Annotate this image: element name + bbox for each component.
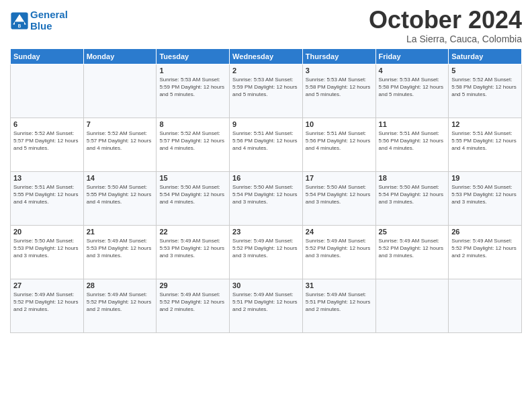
day-info: Sunrise: 5:49 AM Sunset: 5:53 PM Dayligh… [87,237,154,260]
header-cell-wednesday: Wednesday [230,48,303,64]
day-number: 26 [451,228,519,236]
header-row: SundayMondayTuesdayWednesdayThursdayFrid… [11,48,522,64]
day-info: Sunrise: 5:50 AM Sunset: 5:54 PM Dayligh… [379,183,446,206]
location: La Sierra, Cauca, Colombia [369,34,522,44]
day-cell: 9Sunrise: 5:51 AM Sunset: 5:56 PM Daylig… [230,118,303,171]
day-info: Sunrise: 5:49 AM Sunset: 5:52 PM Dayligh… [232,237,300,260]
day-number: 31 [306,281,373,289]
day-info: Sunrise: 5:50 AM Sunset: 5:54 PM Dayligh… [232,183,300,206]
day-info: Sunrise: 5:50 AM Sunset: 5:54 PM Dayligh… [159,183,226,206]
day-info: Sunrise: 5:51 AM Sunset: 5:55 PM Dayligh… [13,183,81,206]
logo-text: General Blue [30,9,68,32]
header-cell-thursday: Thursday [302,48,375,64]
day-cell: 1Sunrise: 5:53 AM Sunset: 5:59 PM Daylig… [157,64,230,118]
day-number: 20 [13,228,81,236]
day-info: Sunrise: 5:53 AM Sunset: 5:58 PM Dayligh… [379,76,446,99]
day-number: 27 [13,281,81,289]
day-cell: 6Sunrise: 5:52 AM Sunset: 5:57 PM Daylig… [11,118,84,171]
day-number: 6 [13,120,81,128]
day-number: 19 [451,174,519,182]
calendar-body: 1Sunrise: 5:53 AM Sunset: 5:59 PM Daylig… [11,64,522,332]
day-number: 28 [87,281,154,289]
day-number: 11 [379,120,446,128]
header-cell-tuesday: Tuesday [157,48,230,64]
day-cell: 7Sunrise: 5:52 AM Sunset: 5:57 PM Daylig… [83,118,157,171]
day-number: 1 [159,66,226,75]
day-cell: 10Sunrise: 5:51 AM Sunset: 5:56 PM Dayli… [302,118,375,171]
day-info: Sunrise: 5:49 AM Sunset: 5:51 PM Dayligh… [306,291,373,314]
header-area: B General Blue October 2024 La Sierra, C… [10,7,522,44]
calendar-container: B General Blue October 2024 La Sierra, C… [0,0,532,340]
day-info: Sunrise: 5:52 AM Sunset: 5:57 PM Dayligh… [13,130,81,152]
week-row-1: 1Sunrise: 5:53 AM Sunset: 5:59 PM Daylig… [11,64,522,118]
day-cell: 2Sunrise: 5:53 AM Sunset: 5:59 PM Daylig… [230,64,303,118]
day-info: Sunrise: 5:51 AM Sunset: 5:56 PM Dayligh… [232,130,300,152]
day-cell: 15Sunrise: 5:50 AM Sunset: 5:54 PM Dayli… [157,171,230,225]
day-cell: 18Sunrise: 5:50 AM Sunset: 5:54 PM Dayli… [375,171,449,225]
day-number: 25 [379,228,446,236]
day-number: 23 [232,228,300,236]
day-info: Sunrise: 5:53 AM Sunset: 5:59 PM Dayligh… [232,76,300,99]
calendar-header: SundayMondayTuesdayWednesdayThursdayFrid… [11,48,522,64]
calendar-table: SundayMondayTuesdayWednesdayThursdayFrid… [10,48,522,333]
day-info: Sunrise: 5:51 AM Sunset: 5:56 PM Dayligh… [306,130,373,152]
day-number: 14 [87,174,154,182]
day-cell: 4Sunrise: 5:53 AM Sunset: 5:58 PM Daylig… [375,64,449,118]
day-cell: 3Sunrise: 5:53 AM Sunset: 5:58 PM Daylig… [302,64,375,118]
day-number: 17 [306,174,373,182]
day-cell: 11Sunrise: 5:51 AM Sunset: 5:56 PM Dayli… [375,118,449,171]
day-info: Sunrise: 5:49 AM Sunset: 5:52 PM Dayligh… [451,237,519,260]
day-info: Sunrise: 5:50 AM Sunset: 5:54 PM Dayligh… [306,183,373,206]
header-cell-friday: Friday [375,48,449,64]
day-number: 29 [159,281,226,289]
day-cell: 22Sunrise: 5:49 AM Sunset: 5:53 PM Dayli… [157,225,230,279]
day-cell: 25Sunrise: 5:49 AM Sunset: 5:52 PM Dayli… [375,225,449,279]
month-title: October 2024 [369,7,522,34]
day-cell: 5Sunrise: 5:52 AM Sunset: 5:58 PM Daylig… [449,64,522,118]
week-row-4: 20Sunrise: 5:50 AM Sunset: 5:53 PM Dayli… [11,225,522,279]
day-info: Sunrise: 5:51 AM Sunset: 5:56 PM Dayligh… [379,130,446,152]
day-number: 7 [87,120,154,128]
day-cell [449,279,522,332]
day-cell: 28Sunrise: 5:49 AM Sunset: 5:52 PM Dayli… [83,279,157,332]
week-row-2: 6Sunrise: 5:52 AM Sunset: 5:57 PM Daylig… [11,118,522,171]
day-info: Sunrise: 5:52 AM Sunset: 5:57 PM Dayligh… [159,130,226,152]
day-number: 16 [232,174,300,182]
header-cell-sunday: Sunday [11,48,84,64]
day-cell: 20Sunrise: 5:50 AM Sunset: 5:53 PM Dayli… [11,225,84,279]
day-cell: 23Sunrise: 5:49 AM Sunset: 5:52 PM Dayli… [230,225,303,279]
day-info: Sunrise: 5:49 AM Sunset: 5:52 PM Dayligh… [159,291,226,314]
day-info: Sunrise: 5:50 AM Sunset: 5:53 PM Dayligh… [451,183,519,206]
day-cell: 13Sunrise: 5:51 AM Sunset: 5:55 PM Dayli… [11,171,84,225]
day-cell: 19Sunrise: 5:50 AM Sunset: 5:53 PM Dayli… [449,171,522,225]
day-cell: 17Sunrise: 5:50 AM Sunset: 5:54 PM Dayli… [302,171,375,225]
day-number: 2 [232,66,300,75]
day-number: 9 [232,120,300,128]
day-cell: 26Sunrise: 5:49 AM Sunset: 5:52 PM Dayli… [449,225,522,279]
day-info: Sunrise: 5:52 AM Sunset: 5:57 PM Dayligh… [87,130,154,152]
day-cell: 31Sunrise: 5:49 AM Sunset: 5:51 PM Dayli… [302,279,375,332]
day-number: 5 [451,66,519,75]
day-cell: 21Sunrise: 5:49 AM Sunset: 5:53 PM Dayli… [83,225,157,279]
day-number: 10 [306,120,373,128]
day-number: 12 [451,120,519,128]
logo: B General Blue [10,9,68,32]
day-info: Sunrise: 5:51 AM Sunset: 5:55 PM Dayligh… [451,130,519,152]
day-number: 24 [306,228,373,236]
day-cell [83,64,157,118]
day-info: Sunrise: 5:50 AM Sunset: 5:53 PM Dayligh… [13,237,81,260]
day-cell: 24Sunrise: 5:49 AM Sunset: 5:52 PM Dayli… [302,225,375,279]
day-cell [375,279,449,332]
day-info: Sunrise: 5:49 AM Sunset: 5:52 PM Dayligh… [306,237,373,260]
day-info: Sunrise: 5:52 AM Sunset: 5:58 PM Dayligh… [451,76,519,99]
day-number: 18 [379,174,446,182]
day-cell: 12Sunrise: 5:51 AM Sunset: 5:55 PM Dayli… [449,118,522,171]
title-block: October 2024 La Sierra, Cauca, Colombia [369,7,522,44]
day-info: Sunrise: 5:49 AM Sunset: 5:53 PM Dayligh… [159,237,226,260]
header-cell-saturday: Saturday [449,48,522,64]
day-info: Sunrise: 5:49 AM Sunset: 5:51 PM Dayligh… [232,291,300,314]
day-number: 8 [159,120,226,128]
day-info: Sunrise: 5:49 AM Sunset: 5:52 PM Dayligh… [13,291,81,314]
header-cell-monday: Monday [83,48,157,64]
day-number: 13 [13,174,81,182]
